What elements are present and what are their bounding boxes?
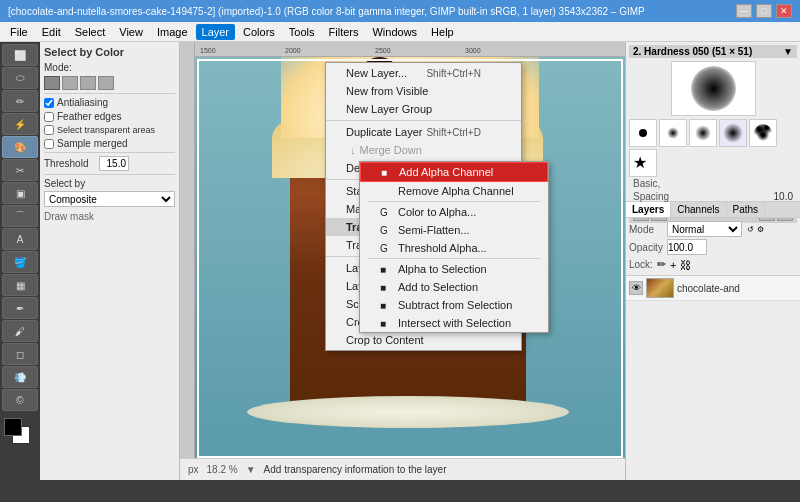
menu-image[interactable]: Image: [151, 24, 194, 40]
layer-item-0[interactable]: 👁 chocolate-and: [626, 276, 800, 301]
lock-row: Lock: ✏ + ⛓: [629, 257, 797, 272]
layer-visibility-0[interactable]: 👁: [629, 281, 643, 295]
minimize-button[interactable]: ─: [736, 4, 752, 18]
menu-new-layer[interactable]: New Layer... Shift+Ctrl+N: [326, 64, 521, 82]
select-by-select[interactable]: Composite Red Green Blue: [44, 191, 175, 207]
tool-bucket-fill[interactable]: 🪣: [2, 251, 38, 273]
submenu-color-to-alpha[interactable]: G Color to Alpha...: [360, 203, 548, 221]
brush-cell-star[interactable]: ★: [629, 149, 657, 177]
tab-paths[interactable]: Paths: [727, 202, 766, 217]
large-brush-preview: [671, 61, 756, 116]
menu-divider-1: [326, 120, 521, 121]
tool-clone[interactable]: ©: [2, 389, 38, 411]
opacity-input[interactable]: [667, 239, 707, 255]
tool-paintbrush[interactable]: 🖌: [2, 320, 38, 342]
menu-file[interactable]: File: [4, 24, 34, 40]
tool-color-select[interactable]: 🎨: [2, 136, 38, 158]
tool-eraser[interactable]: ◻: [2, 343, 38, 365]
tool-foreground-select[interactable]: ▣: [2, 182, 38, 204]
right-panel: 2. Hardness 050 (51 × 51) ▼ ★ Basic,: [625, 42, 800, 480]
tool-free-select[interactable]: ✏: [2, 90, 38, 112]
brush-cell-4[interactable]: [719, 119, 747, 147]
submenu-add-alpha[interactable]: ■ Add Alpha Channel: [360, 162, 548, 182]
feather-edges-label: Feather edges: [57, 111, 122, 122]
tool-blend[interactable]: ▦: [2, 274, 38, 296]
subtract-from-selection-label: Subtract from Selection: [398, 299, 512, 311]
menu-new-from-visible[interactable]: New from Visible: [326, 82, 521, 100]
menu-help[interactable]: Help: [425, 24, 460, 40]
menu-edit[interactable]: Edit: [36, 24, 67, 40]
add-alpha-icon: ■: [381, 167, 393, 178]
alpha-to-sel-icon: ■: [380, 264, 392, 275]
sample-merged-checkbox[interactable]: [44, 139, 54, 149]
menu-duplicate-layer[interactable]: Duplicate Layer Shift+Ctrl+D: [326, 123, 521, 141]
merge-down-label: Merge Down: [360, 144, 422, 156]
layer-mode-arrow: ↺: [747, 225, 754, 234]
new-layer-label: New Layer...: [346, 67, 407, 79]
lock-pixels-icon[interactable]: ✏: [657, 258, 666, 271]
title-text: [chocolate-and-nutella-smores-cake-14947…: [8, 6, 645, 17]
tool-pencil[interactable]: ✒: [2, 297, 38, 319]
menu-view[interactable]: View: [113, 24, 149, 40]
submenu-remove-alpha[interactable]: Remove Alpha Channel: [360, 182, 548, 200]
threshold-alpha-icon: G: [380, 243, 392, 254]
close-button[interactable]: ✕: [776, 4, 792, 18]
submenu-alpha-to-selection[interactable]: ■ Alpha to Selection: [360, 260, 548, 278]
large-brush-circle: [691, 66, 736, 111]
tool-scissors[interactable]: ✂: [2, 159, 38, 181]
menu-filters[interactable]: Filters: [323, 24, 365, 40]
brushes-expand-icon[interactable]: ▼: [783, 46, 793, 57]
remove-alpha-label: Remove Alpha Channel: [398, 185, 514, 197]
tool-text[interactable]: A: [2, 228, 38, 250]
submenu-subtract-from-selection[interactable]: ■ Subtract from Selection: [360, 296, 548, 314]
submenu-intersect-with-selection[interactable]: ■ Intersect with Selection: [360, 314, 548, 332]
add-to-sel-icon: ■: [380, 282, 392, 293]
tool-options-title: Select by Color: [44, 46, 175, 58]
feather-edges-checkbox[interactable]: [44, 112, 54, 122]
brushes-title: 2. Hardness 050 (51 × 51): [633, 46, 752, 57]
layer-mode-select[interactable]: Normal Multiply Screen: [667, 221, 742, 237]
tab-layers[interactable]: Layers: [626, 202, 671, 217]
canvas-area[interactable]: 1500 2000 2500 3000: [180, 42, 625, 480]
maximize-button[interactable]: □: [756, 4, 772, 18]
mode-subtract[interactable]: [80, 76, 96, 90]
submenu-semi-flatten[interactable]: G Semi-Flatten...: [360, 221, 548, 239]
brush-cell-1[interactable]: [629, 119, 657, 147]
brush-cell-3[interactable]: [689, 119, 717, 147]
tool-fuzzy-select[interactable]: ⚡: [2, 113, 38, 135]
menu-select[interactable]: Select: [69, 24, 112, 40]
mode-intersect[interactable]: [98, 76, 114, 90]
menu-merge-down: ↓ Merge Down: [326, 141, 521, 159]
threshold-input[interactable]: [99, 156, 129, 171]
lock-position-icon[interactable]: +: [670, 259, 676, 271]
menu-tools[interactable]: Tools: [283, 24, 321, 40]
mode-add[interactable]: [62, 76, 78, 90]
brush-basic-row: Basic,: [629, 177, 797, 190]
brush-cell-5[interactable]: [749, 119, 777, 147]
tool-rect-select[interactable]: ⬜: [2, 44, 38, 66]
antialiasing-checkbox[interactable]: [44, 98, 54, 108]
submenu-threshold-alpha[interactable]: G Threshold Alpha...: [360, 239, 548, 257]
menu-crop-to-content[interactable]: Crop to Content: [326, 331, 521, 349]
menu-new-layer-group[interactable]: New Layer Group: [326, 100, 521, 118]
lock-chain-icon[interactable]: ⛓: [680, 259, 691, 271]
tool-paths[interactable]: ⌒: [2, 205, 38, 227]
menu-bar: File Edit Select View Image Layer Colors…: [0, 22, 800, 42]
tool-airbrush[interactable]: 💨: [2, 366, 38, 388]
select-transparent-checkbox[interactable]: [44, 125, 54, 135]
foreground-color[interactable]: [4, 418, 22, 436]
tool-options-panel: Select by Color Mode: Antialiasing Feath…: [40, 42, 180, 480]
tool-ellipse-select[interactable]: ⬭: [2, 67, 38, 89]
submenu-add-to-selection[interactable]: ■ Add to Selection: [360, 278, 548, 296]
tab-channels[interactable]: Channels: [671, 202, 726, 217]
menu-windows[interactable]: Windows: [366, 24, 423, 40]
status-unit: px: [188, 464, 199, 475]
layer-mode-row: Mode Normal Multiply Screen ↺ ⚙: [629, 221, 797, 237]
menu-colors[interactable]: Colors: [237, 24, 281, 40]
status-message: Add transparency information to the laye…: [264, 464, 447, 475]
mode-replace[interactable]: [44, 76, 60, 90]
brush-cell-2[interactable]: [659, 119, 687, 147]
crop-to-content-label: Crop to Content: [346, 334, 424, 346]
sub-divider-2: [368, 258, 540, 259]
menu-layer[interactable]: Layer: [196, 24, 236, 40]
